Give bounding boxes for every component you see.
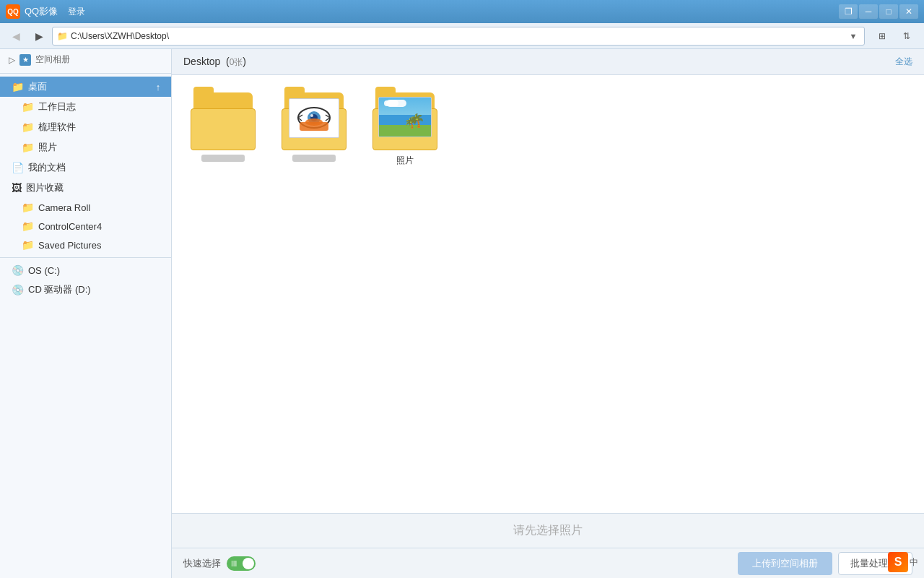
palm-icon-2: 🌴	[404, 118, 417, 128]
maximize-button[interactable]: □	[879, 4, 898, 19]
minimize-button[interactable]: ─	[859, 4, 878, 19]
file-item-folder1[interactable]	[183, 87, 263, 173]
batch-process-label: 批量处理	[850, 557, 888, 570]
content-area: Desktop (0张) 全选	[172, 49, 924, 578]
sidebar-item-camera-roll[interactable]: 📁 Camera Roll	[0, 198, 171, 217]
sidebar-item-label-desktop: 桌面	[28, 80, 47, 93]
address-bar: 📁 ▼	[52, 27, 865, 46]
photo-scene: 🌴 🌴	[379, 98, 431, 137]
toolbar-view-controls: ⊞ ⇅	[871, 27, 918, 46]
sidebar-item-os-c[interactable]: 💿 OS (C:)	[0, 261, 171, 280]
count-text: 0张	[230, 57, 243, 67]
content-header: Desktop (0张) 全选	[172, 49, 924, 75]
sidebar-item-label-control-center4: ControlCenter4	[38, 221, 102, 232]
toggle-text: III	[231, 560, 237, 568]
sidebar-item-work-log[interactable]: 📁 工作日志	[0, 97, 171, 117]
folder2-name-blur	[292, 155, 336, 162]
sidebar-item-label-photos: 照片	[38, 141, 57, 154]
sidebar-item-pic-collection[interactable]: 🖼 图片收藏	[0, 178, 171, 198]
sidebar-item-label-my-docs: 我的文档	[28, 161, 66, 174]
folder2-image	[289, 98, 339, 138]
app-title: QQ影像	[25, 5, 58, 18]
album-expand-icon: ▷	[9, 55, 15, 65]
work-log-folder-icon: 📁	[22, 101, 34, 113]
sidebar-item-label-work-log: 工作日志	[38, 100, 76, 113]
desktop-folder-icon: 📁	[12, 81, 24, 92]
folder1-visual	[191, 92, 256, 150]
window-controls: ❐ ─ □ ✕	[839, 4, 918, 19]
sidebar-item-control-center4[interactable]: 📁 ControlCenter4	[0, 217, 171, 236]
sidebar-item-photos[interactable]: 📁 照片	[0, 137, 171, 158]
sort-button[interactable]: ⇅	[895, 27, 918, 46]
toggle-knob	[243, 558, 254, 569]
titlebar: QQ QQ影像 登录 ❐ ─ □ ✕	[0, 0, 924, 23]
folder1-front	[191, 108, 256, 150]
file-item-folder2[interactable]	[274, 87, 354, 173]
quick-select-label: 快速选择	[183, 557, 221, 570]
sidebar-item-organize-software[interactable]: 📁 梳理软件	[0, 117, 171, 137]
sidebar-item-my-docs[interactable]: 📄 我的文档	[0, 158, 171, 178]
close-button[interactable]: ✕	[899, 4, 918, 19]
content-count: (0张)	[226, 56, 246, 67]
control-center-folder-icon: 📁	[22, 220, 34, 232]
select-all-button[interactable]: 全选	[895, 56, 912, 68]
address-input[interactable]	[71, 31, 844, 41]
camera-roll-folder-icon: 📁	[22, 202, 34, 213]
cloud2	[386, 100, 406, 107]
sidebar-divider-1	[0, 73, 171, 74]
sidebar-item-label-os-c: OS (C:)	[28, 265, 60, 276]
sidebar: ▷ ★ 空间相册 📁 桌面 ↑ 📁 工作日志 📁 梳理软件 📁 照片 📄 我的文…	[0, 49, 172, 578]
bottom-bar: 请先选择照片 快速选择 III 上传到空间相册 批量处理 ▼	[172, 513, 924, 578]
grid-view-button[interactable]: ⊞	[871, 27, 894, 46]
cd-drive-icon: 💿	[12, 284, 24, 296]
quick-select-area: 快速选择 III	[183, 556, 256, 571]
logo-text: QQ	[7, 8, 19, 16]
watermark-s-icon: S	[888, 552, 908, 572]
upload-icon-button[interactable]: ↑	[151, 79, 165, 94]
toolbar: ◀ ▶ 📁 ▼ ⊞ ⇅	[0, 23, 924, 49]
sidebar-album-label: 空间相册	[35, 53, 70, 66]
os-drive-icon: 💿	[12, 264, 24, 276]
saved-pictures-folder-icon: 📁	[22, 239, 34, 251]
content-title-area: Desktop (0张)	[183, 56, 246, 69]
folder2-visual	[282, 92, 346, 150]
file-item-folder3[interactable]: 🌴 🌴 照片	[365, 87, 445, 173]
watermark-label: 中	[910, 556, 918, 569]
app-logo: QQ	[6, 4, 20, 19]
login-button[interactable]: 登录	[68, 6, 85, 18]
sidebar-item-saved-pictures[interactable]: 📁 Saved Pictures	[0, 236, 171, 254]
sidebar-item-desktop[interactable]: 📁 桌面 ↑	[0, 77, 171, 97]
main-layout: ▷ ★ 空间相册 📁 桌面 ↑ 📁 工作日志 📁 梳理软件 📁 照片 📄 我的文…	[0, 49, 924, 578]
upload-to-album-button[interactable]: 上传到空间相册	[738, 552, 832, 575]
svg-point-4	[310, 114, 313, 117]
sidebar-item-label-cd-d: CD 驱动器 (D:)	[28, 283, 91, 296]
address-icon: 📁	[57, 31, 68, 41]
sidebar-item-label-pic-collection: 图片收藏	[26, 181, 64, 194]
sidebar-item-label-camera-roll: Camera Roll	[38, 202, 90, 213]
bottom-actions: 快速选择 III 上传到空间相册 批量处理 ▼	[172, 548, 924, 578]
bottom-right-actions: 上传到空间相册 批量处理 ▼	[738, 552, 912, 575]
sidebar-item-label-saved-pictures: Saved Pictures	[38, 240, 101, 251]
eye-svg-icon	[292, 102, 336, 134]
quick-select-toggle[interactable]: III	[227, 556, 256, 571]
forward-button[interactable]: ▶	[29, 27, 49, 46]
sidebar-item-cd-d[interactable]: 💿 CD 驱动器 (D:)	[0, 280, 171, 300]
pic-collection-icon: 🖼	[12, 182, 22, 194]
folder3-image: 🌴 🌴	[378, 97, 432, 137]
address-dropdown-button[interactable]: ▼	[847, 30, 860, 43]
photos-folder-icon: 📁	[22, 142, 34, 153]
folder3-visual: 🌴 🌴	[372, 92, 437, 150]
album-icon: ★	[19, 54, 31, 66]
restore-button[interactable]: ❐	[839, 4, 858, 19]
content-folder-title: Desktop	[183, 56, 220, 67]
back-button[interactable]: ◀	[6, 27, 26, 46]
sidebar-item-label-organize: 梳理软件	[38, 121, 76, 134]
watermark: S 中	[888, 552, 918, 572]
watermark-s-text: S	[894, 556, 902, 569]
svg-point-10	[305, 118, 323, 126]
file-grid: 🌴 🌴 照片	[172, 75, 924, 513]
organize-folder-icon: 📁	[22, 121, 34, 133]
sidebar-album-header[interactable]: ▷ ★ 空间相册	[0, 49, 171, 70]
titlebar-left: QQ QQ影像 登录	[6, 4, 85, 19]
folder1-name-blur	[201, 155, 245, 162]
